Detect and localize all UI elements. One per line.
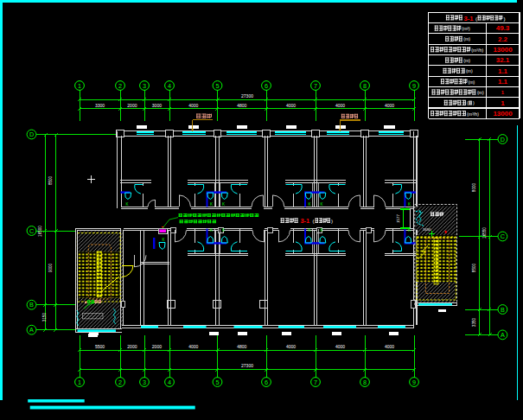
svg-text:49.3: 49.3 <box>496 24 510 32</box>
svg-text:B: B <box>29 301 34 309</box>
svg-text:27300: 27300 <box>241 363 253 368</box>
svg-text:8000: 8000 <box>472 182 476 192</box>
svg-text:4: 4 <box>168 379 171 386</box>
svg-text:(m): (m) <box>477 90 484 95</box>
svg-text:3-1: 3-1 <box>464 15 474 22</box>
svg-text:1: 1 <box>501 99 505 107</box>
svg-text:5500: 5500 <box>95 344 105 349</box>
svg-text:C: C <box>29 227 34 235</box>
svg-text:7: 7 <box>314 82 317 90</box>
svg-text:(m): (m) <box>469 80 475 85</box>
svg-text:): ) <box>473 100 475 105</box>
svg-text:): ) <box>331 219 333 224</box>
svg-text:2000: 2000 <box>127 103 137 108</box>
svg-text:4800: 4800 <box>237 344 246 349</box>
svg-text:32.1: 32.1 <box>496 56 510 64</box>
svg-text:K: K <box>308 228 310 232</box>
svg-text:7: 7 <box>314 379 317 386</box>
svg-text:C: C <box>501 232 505 240</box>
svg-text:(m): (m) <box>463 58 470 63</box>
svg-text:D: D <box>29 130 34 138</box>
svg-text:1.1: 1.1 <box>498 78 508 86</box>
svg-text:A: A <box>501 331 505 339</box>
svg-text:8: 8 <box>363 82 367 90</box>
svg-text:4000: 4000 <box>385 344 394 349</box>
svg-text:K: K <box>320 202 322 207</box>
svg-text:3: 3 <box>143 379 146 386</box>
svg-text:4000: 4000 <box>188 344 198 349</box>
svg-text:K: K <box>408 202 411 207</box>
svg-text:A: A <box>29 326 34 334</box>
svg-text:1.1: 1.1 <box>498 67 508 75</box>
svg-text:9: 9 <box>412 82 416 90</box>
svg-text:3350: 3350 <box>472 317 476 327</box>
svg-text:K: K <box>222 228 225 232</box>
svg-text:1: 1 <box>78 379 81 386</box>
svg-text:4000: 4000 <box>286 344 296 349</box>
svg-text:3-1: 3-1 <box>301 217 310 225</box>
svg-text:16500: 16500 <box>38 226 42 237</box>
svg-text:4000: 4000 <box>188 103 198 108</box>
svg-text:3150: 3150 <box>42 312 47 321</box>
svg-text:B: B <box>501 306 505 314</box>
svg-text:(: ( <box>313 219 315 224</box>
svg-text:6: 6 <box>265 82 268 90</box>
svg-text:K: K <box>162 238 164 242</box>
svg-text:(: ( <box>467 100 469 105</box>
svg-text:K: K <box>125 202 128 207</box>
svg-text:1650: 1650 <box>423 227 431 232</box>
svg-text:): ) <box>504 16 506 22</box>
svg-text:3: 3 <box>143 82 146 90</box>
svg-text:13000: 13000 <box>493 110 513 118</box>
svg-text:2: 2 <box>118 379 122 386</box>
svg-text:K: K <box>320 228 322 232</box>
svg-text:4000: 4000 <box>385 103 394 108</box>
svg-text:(m): (m) <box>466 68 473 73</box>
svg-text:(m²): (m²) <box>462 26 470 31</box>
svg-text:K: K <box>308 202 310 207</box>
svg-text:4000: 4000 <box>335 103 345 108</box>
svg-text:3000: 3000 <box>152 103 162 108</box>
svg-text:4: 4 <box>168 82 171 90</box>
svg-text:8500: 8500 <box>472 263 476 272</box>
svg-text:4000: 4000 <box>335 344 345 349</box>
svg-text:5: 5 <box>216 82 220 90</box>
svg-text:27300: 27300 <box>241 93 253 99</box>
svg-text:9000: 9000 <box>48 263 53 272</box>
svg-text:1: 1 <box>78 82 81 90</box>
svg-text:K: K <box>222 202 225 207</box>
svg-text:5: 5 <box>216 379 220 386</box>
svg-text:8500: 8500 <box>48 175 53 185</box>
svg-text:2000: 2000 <box>127 344 137 349</box>
svg-text:16550: 16550 <box>482 227 487 239</box>
svg-text:(m³/h): (m³/h) <box>471 48 483 53</box>
svg-text:K: K <box>210 228 213 232</box>
svg-text:K: K <box>210 202 213 207</box>
svg-text:4000: 4000 <box>286 103 296 108</box>
svg-text:D: D <box>501 136 505 143</box>
svg-text:(m): (m) <box>463 36 470 41</box>
svg-text:(m³/h): (m³/h) <box>467 111 479 117</box>
svg-text:2: 2 <box>118 82 122 90</box>
svg-text:3300: 3300 <box>95 103 105 108</box>
svg-text:2.2: 2.2 <box>498 35 508 43</box>
svg-text:6: 6 <box>265 379 268 386</box>
svg-text:13000: 13000 <box>493 46 513 54</box>
svg-text:4800: 4800 <box>237 103 246 108</box>
svg-text:2000: 2000 <box>152 344 162 349</box>
svg-text:8: 8 <box>363 379 367 386</box>
svg-text:1577: 1577 <box>396 214 400 223</box>
svg-text:K: K <box>408 228 411 232</box>
svg-text:9: 9 <box>412 379 416 386</box>
